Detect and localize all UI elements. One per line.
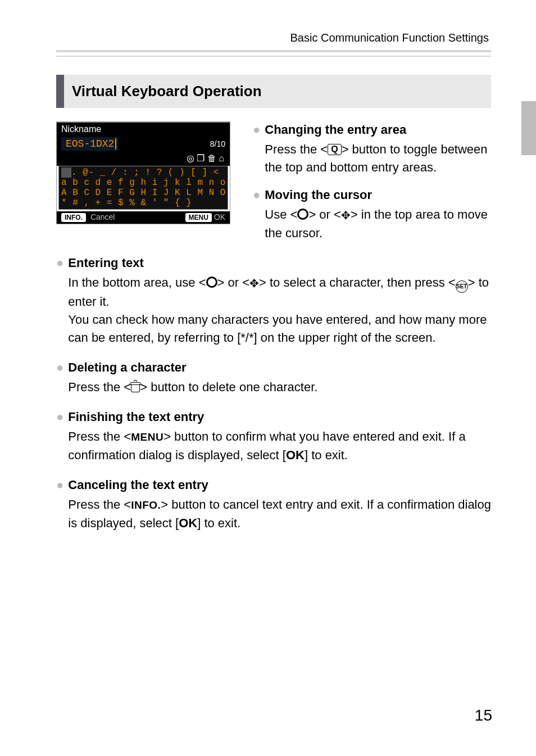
bullet-canceling: ● Canceling the text entry Press the <IN… <box>56 477 491 532</box>
bullet-changing-area: ● Changing the entry area Press the <Q> … <box>253 121 491 176</box>
tab-accent <box>521 101 536 155</box>
q-button-icon: Q <box>328 144 341 155</box>
bullet-moving-cursor: ● Moving the cursor Use <> or <✥> in the… <box>253 187 491 242</box>
bullet-title: Deleting a character <box>68 359 491 376</box>
menu-button-icon: MENU <box>131 431 163 443</box>
multi-controller-icon: ✥ <box>249 274 259 292</box>
bullet-entering-text: ● Entering text In the bottom area, use … <box>56 255 491 347</box>
scr-input-value: EOS-1DX2 <box>66 138 114 150</box>
bullet-title: Finishing the text entry <box>68 409 491 425</box>
kb-row-0: . @- _ / : ; ! ? ( ) [ ] < > 0 1 2 3 4 5… <box>61 168 225 178</box>
scr-keyboard: . @- _ / : ; ! ? ( ) [ ] < > 0 1 2 3 4 5… <box>58 166 228 210</box>
bullet-text: Use <> or <✥> in the top area to move th… <box>265 206 491 242</box>
scr-cancel: Cancel <box>88 212 115 221</box>
info-button-icon: INFO. <box>131 499 161 511</box>
scr-icon-row: ◎ ❐ 🗑 ⌂ <box>57 152 230 166</box>
scr-ok: OK <box>212 212 225 221</box>
bullet-text: Press the <> button to delete one charac… <box>68 378 491 396</box>
scr-counter: 8/10 <box>210 139 225 148</box>
scr-input: EOS-1DX2 <box>61 137 119 151</box>
bullet-deleting: ● Deleting a character Press the <> butt… <box>56 359 491 396</box>
scr-info-pill: INFO. <box>61 213 86 222</box>
lcd-screenshot: Nickname EOS-1DX2 8/10 ◎ ❐ 🗑 ⌂ . @- _ / … <box>56 121 230 224</box>
bullet-dot-icon: ● <box>56 359 63 396</box>
bullet-title: Changing the entry area <box>265 121 491 138</box>
bullet-text: Press the <INFO.> button to cancel text … <box>68 496 491 532</box>
kb-row-3: * # , + = $ % & ' " { } <box>61 198 225 208</box>
scr-footer: INFO. Cancel MENU OK <box>57 211 230 224</box>
bullet-title: Moving the cursor <box>265 187 491 203</box>
bullet-text: In the bottom area, use <> or <✥> to sel… <box>68 274 491 311</box>
bullet-text: Press the <Q> button to toggle between t… <box>265 141 491 176</box>
header-rule <box>56 50 491 52</box>
scr-menu-pill: MENU <box>185 213 212 222</box>
ok-label: OK <box>286 448 305 462</box>
bullet-dot-icon: ● <box>56 255 63 347</box>
dial-icon <box>297 209 308 220</box>
page-number: 15 <box>475 707 492 725</box>
trash-icon <box>131 382 140 392</box>
ok-label: OK <box>179 516 197 530</box>
kb-row-2: A B C D E F G H I J K L M N O P Q R S T … <box>61 188 225 198</box>
multi-controller-icon: ✥ <box>341 206 351 224</box>
set-button-icon: SET <box>456 280 468 293</box>
bullet-dot-icon: ● <box>253 121 260 176</box>
bullet-text-2: You can check how many characters you ha… <box>68 311 491 347</box>
bullet-text: Press the <MENU> button to confirm what … <box>68 428 491 464</box>
bullet-title: Canceling the text entry <box>68 477 491 494</box>
section-title: Virtual Keyboard Operation <box>56 75 491 108</box>
bullet-dot-icon: ● <box>56 409 63 464</box>
running-header: Basic Communication Function Settings <box>290 31 489 44</box>
kb-row-1: a b c d e f g h i j k l m n o p q r s t … <box>61 178 225 188</box>
bullet-dot-icon: ● <box>56 477 63 532</box>
bullet-title: Entering text <box>68 255 491 271</box>
dial-icon <box>206 277 217 288</box>
header-rule-thin <box>56 56 491 57</box>
bullet-dot-icon: ● <box>253 187 260 242</box>
scr-title: Nickname <box>57 123 230 136</box>
bullet-finishing: ● Finishing the text entry Press the <ME… <box>56 409 491 464</box>
